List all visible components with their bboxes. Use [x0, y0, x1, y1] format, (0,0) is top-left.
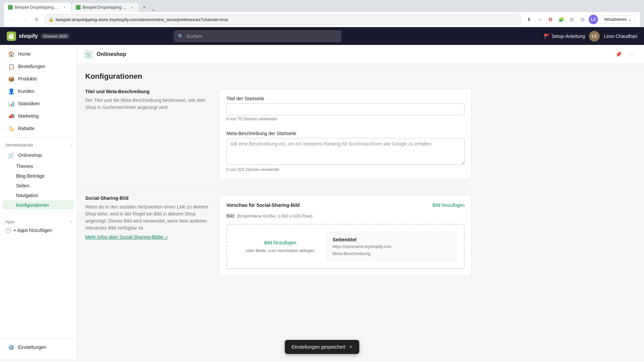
address-bar[interactable]: 🔒 beispiel-dropshipping-store.myshopify.… [44, 14, 522, 25]
toast-message: Einstellungen gespeichert [291, 344, 345, 350]
sidebar-item-settings[interactable]: ⚙️ Einstellungen [3, 341, 74, 353]
section-divider [85, 187, 472, 187]
settings-icon: ⚙️ [8, 344, 15, 351]
page-header-icon: 🛒 [84, 50, 93, 59]
image-upload-left: Bild hinzufügen oder Bilder zum Hochlade… [234, 231, 327, 261]
meta-hint: 0 von 320 Zeichen verwendet [226, 167, 465, 172]
meta-textarea[interactable] [226, 138, 465, 165]
app-topbar: shopify Sommer 2022 🔍 Suchen 🚩 Setup-Anl… [0, 27, 644, 45]
social-description-col: Social-Sharing-Bild Wenn du in den sozia… [85, 195, 211, 240]
sidebar-item-marketing[interactable]: 📣 Marketing [3, 110, 74, 122]
title-input[interactable] [226, 103, 465, 115]
sidebar-item-home[interactable]: 🏠 Home [3, 48, 74, 60]
sidebar-sub-pages[interactable]: Seiten [3, 181, 74, 190]
browser-toolbar: ← → ↻ 🔒 beispiel-dropshipping-store.mysh… [4, 12, 640, 27]
meta-description-col: Titel und Meta-Beschreibung Der Titel un… [85, 89, 211, 111]
page-header-title: Onlineshop [97, 51, 126, 57]
page-header: 🛒 Onlineshop 📌 ··· [77, 45, 644, 64]
sidebar-sub-konfigurationen[interactable]: Konfigurationen [3, 200, 74, 210]
bookmark-button[interactable]: ☆ [535, 15, 544, 24]
browser-tab-1[interactable]: Beispiel Dropshipping Store ·... × [4, 3, 71, 12]
onlineshop-icon: 🛒 [8, 152, 15, 159]
marketing-icon: 📣 [8, 113, 15, 119]
new-tab-button[interactable]: + [140, 3, 149, 12]
browser-chrome: Beispiel Dropshipping Store ·... × Beisp… [0, 0, 644, 27]
share-button[interactable]: ⬆ [524, 15, 534, 24]
browser-tab-2[interactable]: Beispiel Dropshipping Store × [72, 3, 139, 12]
customers-icon: 👤 [8, 88, 15, 95]
sidebar-toggle[interactable]: ⊟ [567, 15, 577, 24]
social-card: Vorschau für Social-Sharing-Bild Bild hi… [219, 195, 472, 276]
split-view[interactable]: ⊡ [578, 15, 587, 24]
products-label: Produkte [18, 76, 37, 81]
marketing-label: Marketing [18, 113, 39, 119]
reload-button[interactable]: ↻ [32, 15, 42, 24]
sidebar-nav: 🏠 Home 📋 Bestellungen 📦 Produkte 👤 Kunde… [0, 45, 77, 338]
plus-icon: + [5, 228, 11, 233]
more-info-link[interactable]: Mehr Infos über Social-Sharing-Bilder ↗ [85, 234, 168, 240]
update-button[interactable]: Aktualisieren ⌄ [599, 15, 636, 23]
toolbar-actions: ⬆ ☆ O 🧩 ⊟ ⊡ LC Aktualisieren ⌄ [524, 15, 636, 24]
lock-icon: 🔒 [49, 17, 54, 22]
season-badge: Sommer 2022 [41, 34, 70, 39]
sidebar-sub-blog[interactable]: Blog-Beiträge [3, 171, 74, 181]
opera-icon[interactable]: O [546, 15, 555, 24]
sidebar-item-statistics[interactable]: 📊 Statistiken [3, 98, 74, 110]
sidebar-divider-2 [0, 213, 77, 213]
apps-title[interactable]: Apps › [0, 217, 77, 226]
add-apps-item[interactable]: + + Apps hinzufügen [0, 226, 77, 235]
sidebar: 🏠 Home 📋 Bestellungen 📦 Produkte 👤 Kunde… [0, 45, 77, 359]
sidebar-sub-navigation[interactable]: Navigation [3, 191, 74, 200]
upload-btn[interactable]: Bild hinzufügen [264, 240, 297, 245]
sidebar-sub-themes[interactable]: Themes [3, 162, 74, 171]
sidebar-item-customers[interactable]: 👤 Kunden [3, 85, 74, 97]
orders-icon: 📋 [8, 63, 15, 70]
more-button[interactable]: ··· [627, 49, 637, 60]
browser-tabs: Beispiel Dropshipping Store ·... × Beisp… [4, 3, 640, 12]
customers-label: Kunden [18, 88, 34, 94]
sales-channels-chevron[interactable]: › [70, 143, 71, 147]
sidebar-divider-1 [0, 137, 77, 137]
user-avatar[interactable]: LC [589, 31, 600, 42]
social-description-text: Wenn du in den sozialen Netzwerken einen… [85, 203, 211, 232]
social-card-title: Vorschau für Social-Sharing-Bild [226, 202, 300, 208]
search-icon: 🔍 [178, 34, 183, 39]
search-bar[interactable]: 🔍 Suchen [174, 30, 341, 42]
external-link-icon: ↗ [165, 235, 168, 239]
tab-favicon-1 [8, 5, 13, 10]
shopify-text: shopify [19, 33, 38, 39]
tab-close-1[interactable]: × [62, 5, 67, 10]
social-heading: Social-Sharing-Bild [85, 195, 211, 201]
meta-card: Titel der Startseite 0 von 70 Zeichen ve… [219, 89, 472, 179]
browser-profile[interactable]: LC [589, 15, 598, 24]
themes-label: Themes [16, 164, 33, 169]
discounts-icon: 🏷️ [8, 125, 15, 132]
pin-button[interactable]: 📌 [613, 49, 624, 60]
title-hint: 0 von 70 Zeichen verwendet [226, 117, 465, 121]
back-button[interactable]: ← [8, 15, 17, 24]
sidebar-item-products[interactable]: 📦 Produkte [3, 73, 74, 85]
tab-favicon-2 [76, 5, 80, 10]
extensions-button[interactable]: 🧩 [556, 15, 566, 24]
app-layout: 🏠 Home 📋 Bestellungen 📦 Produkte 👤 Kunde… [0, 45, 644, 359]
preview-url: https://storename.myshopify.com [332, 244, 452, 249]
social-section: Social-Sharing-Bild Wenn du in den sozia… [85, 195, 472, 276]
user-name[interactable]: Leon Chaudhari [604, 34, 637, 39]
home-icon: 🏠 [8, 51, 15, 57]
update-label: Aktualisieren [604, 17, 627, 22]
sidebar-item-discounts[interactable]: 🏷️ Rabatte [3, 122, 74, 134]
tab-overflow[interactable]: ⌄ [150, 6, 157, 12]
update-chevron: ⌄ [628, 17, 632, 22]
setup-link[interactable]: 🚩 Setup-Anleitung [544, 34, 585, 39]
toast-close-button[interactable]: × [350, 344, 353, 350]
image-preview-right: Seitentitel https://storename.myshopify.… [327, 231, 457, 261]
forward-button[interactable]: → [20, 15, 30, 24]
tab-close-2[interactable]: × [129, 5, 135, 10]
page-header-left: 🛒 Onlineshop [84, 50, 126, 59]
add-image-link[interactable]: Bild hinzufügen [432, 202, 465, 208]
apps-chevron: › [70, 220, 71, 224]
sidebar-item-orders[interactable]: 📋 Bestellungen [3, 60, 74, 72]
upload-hint: oder Bilder zum Hochladen ablegen [246, 248, 315, 253]
konfigurationen-label: Konfigurationen [16, 202, 49, 208]
sidebar-item-onlineshop[interactable]: 🛒 Onlineshop [3, 149, 74, 161]
